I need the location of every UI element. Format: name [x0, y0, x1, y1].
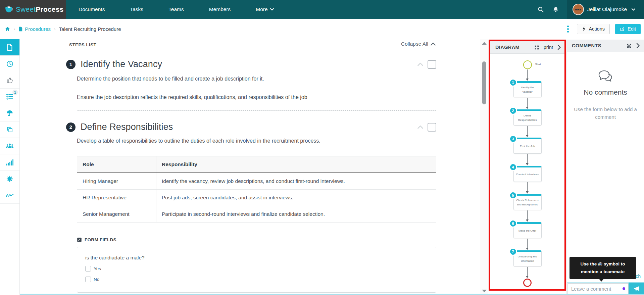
- step-1-checkbox[interactable]: [428, 60, 436, 69]
- sidebar-item-people[interactable]: [0, 138, 19, 154]
- edit-button[interactable]: Edit: [615, 24, 641, 34]
- table-header-row: RoleResponsibility: [77, 156, 436, 173]
- form-question: is the candiadate a male?: [85, 255, 429, 261]
- end-label: End: [525, 288, 530, 291]
- kebab-menu-icon[interactable]: [564, 24, 572, 34]
- sweetprocess-cup-icon: [4, 5, 13, 14]
- flow-node-2[interactable]: 2Define Responsibilities: [513, 109, 542, 126]
- flow-node-5[interactable]: 5Check References and Backgrounds: [513, 194, 542, 210]
- flow-node-label: Conduct Interviews: [516, 173, 539, 177]
- start-label: Start: [535, 63, 541, 66]
- nav-item-documents[interactable]: Documents: [79, 6, 105, 12]
- flow-node-label: Onboarding and Orientation: [516, 255, 539, 263]
- vertical-scrollbar[interactable]: [480, 39, 488, 295]
- table-header-cell: Role: [77, 156, 156, 173]
- search-icon[interactable]: [537, 6, 544, 13]
- expand-icon[interactable]: [627, 43, 632, 48]
- flow-node-label: Post the Job: [520, 144, 535, 149]
- nav-item-more[interactable]: More: [256, 6, 274, 12]
- actions-button[interactable]: Actions: [577, 24, 610, 34]
- comment-input[interactable]: Leave a comment: [567, 283, 629, 294]
- flow-node-1[interactable]: 1Identify the Vacancy: [513, 81, 542, 97]
- breadcrumb-procedures[interactable]: Procedures: [18, 26, 51, 32]
- user-menu[interactable]: HIRE Jelilat Olajumoke: [567, 0, 644, 19]
- sidebar-item-checklist[interactable]: 1: [0, 89, 19, 105]
- nav-item-teams[interactable]: Teams: [168, 6, 184, 12]
- expand-icon[interactable]: [534, 45, 539, 50]
- flow-arrow-icon: [527, 182, 528, 192]
- sidebar-item-thumbs-up[interactable]: [0, 72, 19, 89]
- comments-title: COMMENTS: [572, 43, 601, 48]
- diagram-panel: DIAGRAM print Start 1Identify the Vacanc…: [489, 40, 566, 291]
- step-2-paragraph: Develop a table of responsibilities to o…: [77, 138, 436, 144]
- table-cell: Senior Management: [77, 206, 156, 223]
- copy-icon: [6, 126, 13, 133]
- send-comment-button[interactable]: [629, 283, 644, 295]
- procedure-content: STEPS LIST Collapse All 1 Identify the V…: [20, 39, 480, 295]
- start-circle: [523, 60, 532, 69]
- collapse-all-button[interactable]: Collapse All: [401, 41, 436, 47]
- flow-arrow-icon: [527, 267, 528, 276]
- chevron-down-icon: [270, 8, 274, 11]
- print-button[interactable]: print: [544, 45, 553, 50]
- sidebar-item-clock[interactable]: [0, 56, 19, 72]
- mention-indicator-dot: [623, 287, 625, 290]
- thumbs-up-icon: [6, 77, 13, 84]
- flow-node-label: Make the Offer: [518, 229, 536, 233]
- gear-icon: [6, 176, 13, 182]
- flow-node-6[interactable]: 6Make the Offer: [513, 222, 542, 238]
- breadcrumb-bar: › Procedures › Talent Recruiting Procedu…: [0, 19, 644, 39]
- flow-node-4[interactable]: 4Conduct Interviews: [513, 166, 542, 182]
- scroll-up-arrow[interactable]: [482, 42, 487, 45]
- flow-start-node[interactable]: Start: [523, 60, 532, 69]
- breadcrumb-current: Talent Recruiting Procedure: [59, 26, 121, 32]
- nav-item-members[interactable]: Members: [209, 6, 231, 12]
- brand-logo[interactable]: SweetProcess: [0, 0, 66, 19]
- chevron-right-icon[interactable]: [636, 43, 640, 48]
- sidebar-item-copy[interactable]: [0, 121, 19, 138]
- form-fields-box: is the candiadate a male? YesNo: [77, 247, 436, 293]
- flow-node-7[interactable]: 7Onboarding and Orientation: [513, 250, 542, 266]
- table-cell: HR Representative: [77, 190, 156, 206]
- home-icon[interactable]: [5, 26, 10, 32]
- top-nav: SweetProcess DocumentsTasksTeamsMembers …: [0, 0, 644, 19]
- diagram-panel-header: DIAGRAM print: [490, 41, 564, 54]
- user-name: Jelilat Olajumoke: [587, 6, 627, 12]
- notifications-bell-icon[interactable]: [552, 6, 559, 13]
- step-number-badge: 2: [66, 122, 76, 132]
- flow-end-node[interactable]: [523, 279, 532, 287]
- step-2-title: Define Responsibilities: [81, 122, 173, 132]
- clock-icon: [6, 60, 13, 67]
- scrollbar-thumb[interactable]: [482, 61, 486, 104]
- step-number-badge: 1: [66, 60, 76, 69]
- flow-arrow-icon: [527, 210, 528, 220]
- checkbox-no[interactable]: [85, 277, 91, 282]
- diagram-flow: Start 1Identify the Vacancy2Define Respo…: [490, 54, 564, 291]
- step-2-checkbox[interactable]: [428, 123, 436, 132]
- chevron-right-icon[interactable]: [557, 45, 561, 50]
- comment-form-area: Hide deleted Attach Leave a comment: [567, 274, 644, 295]
- sidebar-item-umbrella[interactable]: [0, 105, 19, 121]
- sidebar-item-signature[interactable]: [0, 187, 19, 204]
- edit-pencil-icon: [620, 27, 625, 32]
- breadcrumb-separator: ›: [54, 27, 55, 32]
- flow-node-3[interactable]: 3Post the Job: [513, 138, 542, 154]
- sidebar-item-document[interactable]: [0, 39, 19, 56]
- sidebar-item-gear[interactable]: [0, 171, 19, 187]
- table-row: HR RepresentativePost job ads, screen ca…: [77, 190, 436, 206]
- form-fields-icon: [77, 237, 82, 242]
- sidebar-badge: 1: [12, 90, 18, 95]
- people-icon: [6, 143, 14, 149]
- scroll-down-arrow[interactable]: [482, 290, 487, 292]
- diagram-title: DIAGRAM: [495, 45, 519, 50]
- flow-arrow-icon: [527, 98, 528, 107]
- comment-form: Leave a comment: [567, 282, 644, 295]
- sidebar-item-bar-chart[interactable]: [0, 154, 19, 171]
- flow-arrow-icon: [527, 154, 528, 163]
- checkbox-yes[interactable]: [85, 266, 91, 272]
- paper-plane-icon: [633, 286, 640, 292]
- chevron-up-icon[interactable]: [417, 62, 423, 66]
- chevron-up-icon[interactable]: [417, 125, 423, 129]
- nav-item-tasks[interactable]: Tasks: [130, 6, 143, 12]
- comments-hint-text: Use the form below to add a comment: [572, 105, 639, 121]
